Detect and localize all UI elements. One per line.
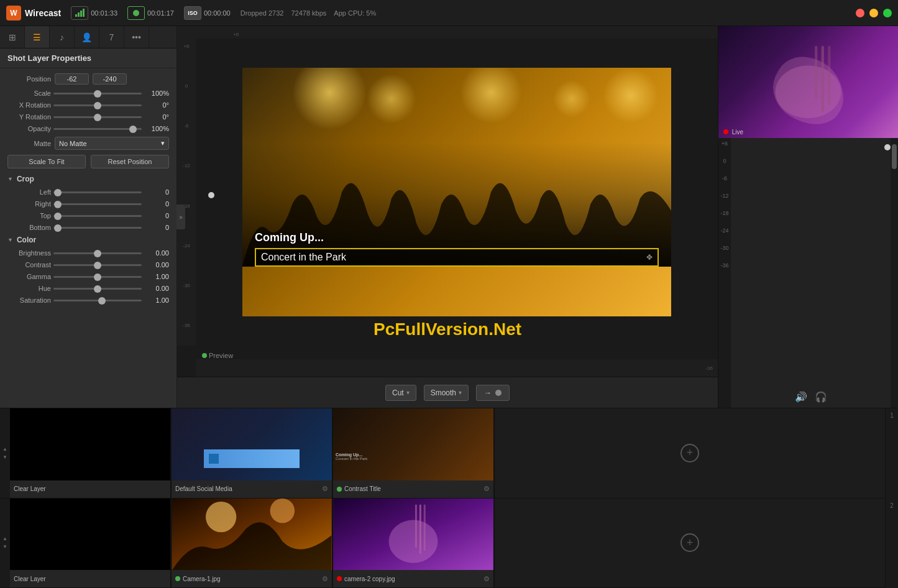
saturation-slider[interactable] bbox=[53, 300, 142, 301]
smooth-button[interactable]: Smooth ▾ bbox=[424, 385, 469, 401]
shot-thumb-camera1 bbox=[172, 498, 332, 571]
nav-down-2[interactable]: ▼ bbox=[2, 544, 7, 549]
right-ruler-6: +6 bbox=[722, 140, 728, 147]
crop-left-slider[interactable] bbox=[53, 191, 142, 193]
scale-slider[interactable] bbox=[53, 93, 142, 94]
crop-right-thumb bbox=[54, 201, 62, 208]
matte-chevron: ▾ bbox=[161, 139, 165, 147]
shot-item-clear-1[interactable]: Clear Layer bbox=[10, 408, 172, 498]
iso-time: 00:00:00 bbox=[204, 9, 231, 17]
close-button[interactable] bbox=[856, 9, 864, 17]
panel-title: Shot Layer Properties bbox=[0, 48, 176, 68]
shot-item-social[interactable]: Default Social Media ⚙ bbox=[172, 408, 333, 498]
hue-slider[interactable] bbox=[53, 288, 142, 290]
reset-position-button[interactable]: Reset Position bbox=[91, 155, 169, 168]
crop-top-slider[interactable] bbox=[53, 215, 142, 217]
collapse-panel-button[interactable]: » bbox=[176, 204, 185, 229]
tab-media[interactable]: ⊞ bbox=[0, 26, 25, 48]
position-x[interactable]: -62 bbox=[55, 73, 89, 85]
shots-area: ▲ ▼ Clear Layer bbox=[0, 408, 886, 588]
tab-social[interactable]: 👤 bbox=[75, 26, 99, 48]
add-shot-button-1[interactable]: + bbox=[680, 444, 699, 462]
contrast-thumb bbox=[94, 262, 101, 269]
x-rotation-slider[interactable] bbox=[53, 104, 142, 106]
add-shot-button-2[interactable]: + bbox=[680, 533, 699, 552]
right-canvas-marker bbox=[884, 144, 891, 150]
svg-rect-10 bbox=[415, 504, 417, 547]
minimize-button[interactable] bbox=[869, 9, 878, 17]
crop-right-slider[interactable] bbox=[53, 203, 142, 205]
right-panel: Live +6 0 -6 -12 -18 -24 -30 -36 bbox=[718, 26, 898, 408]
tab-more[interactable]: ••• bbox=[124, 26, 149, 48]
contrast-row: Contrast 0.00 bbox=[7, 261, 169, 269]
shot-item-camera2[interactable]: camera-2 copy.jpg ⚙ bbox=[333, 498, 495, 588]
record-stat: 00:01:17 bbox=[127, 6, 174, 20]
matte-row: Matte No Matte ▾ bbox=[7, 137, 169, 150]
shot-gear-camera2[interactable]: ⚙ bbox=[483, 575, 490, 583]
wifi-icon[interactable] bbox=[71, 6, 88, 20]
record-icon[interactable] bbox=[127, 6, 145, 20]
scale-to-fit-button[interactable]: Scale To Fit bbox=[7, 155, 86, 168]
shot-concert-title: Coming Up... Concert in the Park bbox=[336, 452, 491, 461]
shot-name-clear-2: Clear Layer bbox=[14, 576, 167, 582]
scroll-thumb bbox=[892, 144, 897, 169]
concert-title-box[interactable]: Concert in the Park ✥ bbox=[255, 248, 659, 267]
shot-row-2-nav: ▲ ▼ bbox=[0, 498, 10, 588]
x-rotation-value: 0° bbox=[144, 101, 169, 109]
shot-item-contrast[interactable]: Coming Up... Concert in the Park Contras… bbox=[333, 408, 495, 498]
left-ruler: +6 0 -6 -12 -18 -24 -30 -36 bbox=[177, 26, 196, 346]
right-scrollbar[interactable] bbox=[891, 138, 898, 408]
layer-num-1: 1 bbox=[890, 408, 894, 498]
bottom-ruler-n36: -36 bbox=[705, 365, 713, 371]
crop-bottom-slider[interactable] bbox=[53, 227, 142, 229]
shot-name-camera1: Camera-1.jpg bbox=[183, 576, 319, 582]
crop-right-label: Right bbox=[7, 200, 51, 208]
contrast-slider[interactable] bbox=[53, 264, 142, 266]
gamma-slider[interactable] bbox=[53, 276, 142, 278]
audio-controls: 🔊 🎧 bbox=[795, 391, 827, 403]
tab-properties[interactable]: ☰ bbox=[25, 26, 50, 48]
saturation-thumb bbox=[98, 297, 106, 305]
brightness-thumb bbox=[94, 250, 101, 257]
brightness-label: Brightness bbox=[7, 249, 51, 257]
scale-row: Scale 100% bbox=[7, 90, 169, 97]
crop-section-header[interactable]: ▼ Crop bbox=[7, 175, 169, 183]
shot-name-clear-1: Clear Layer bbox=[14, 485, 167, 492]
layer-num-2: 2 bbox=[890, 498, 894, 589]
tab-7[interactable]: 7 bbox=[99, 26, 124, 48]
nav-up-1[interactable]: ▲ bbox=[2, 446, 7, 452]
shot-item-camera1[interactable]: Camera-1.jpg ⚙ bbox=[172, 498, 333, 588]
brightness-slider[interactable] bbox=[53, 252, 142, 254]
position-row: Position -62 -240 bbox=[7, 73, 169, 85]
tab-audio[interactable]: ♪ bbox=[50, 26, 75, 48]
cut-label: Cut bbox=[392, 388, 404, 397]
position-y[interactable]: -240 bbox=[93, 73, 127, 85]
color-section-header[interactable]: ▼ Color bbox=[7, 236, 169, 244]
nav-up-2[interactable]: ▲ bbox=[2, 536, 7, 541]
crop-bottom-thumb bbox=[54, 224, 62, 232]
transition-bar: Cut ▾ Smooth ▾ → bbox=[177, 377, 718, 408]
go-button[interactable]: → bbox=[476, 385, 510, 401]
social-media-icon bbox=[209, 454, 219, 464]
speaker-icon[interactable]: 🔊 bbox=[795, 391, 807, 403]
matte-value: No Matte bbox=[59, 140, 87, 147]
coming-up-text: Coming Up... bbox=[255, 231, 659, 244]
nav-down-1[interactable]: ▼ bbox=[2, 454, 7, 460]
shot-row-1: ▲ ▼ Clear Layer bbox=[0, 408, 886, 498]
y-rotation-slider[interactable] bbox=[53, 116, 142, 118]
headphone-icon[interactable]: 🎧 bbox=[815, 391, 827, 403]
y-rotation-value: 0° bbox=[144, 113, 169, 121]
top-ruler-6: +6 bbox=[233, 32, 239, 37]
matte-select[interactable]: No Matte ▾ bbox=[55, 137, 169, 150]
opacity-slider[interactable] bbox=[53, 128, 142, 130]
crop-top-thumb bbox=[54, 213, 62, 220]
scale-value: 100% bbox=[144, 90, 169, 97]
iso-icon[interactable]: ISO bbox=[184, 6, 201, 20]
shot-item-clear-2[interactable]: Clear Layer bbox=[10, 498, 172, 588]
shot-gear-camera1[interactable]: ⚙ bbox=[322, 575, 328, 583]
maximize-button[interactable] bbox=[883, 9, 892, 17]
shot-gear-social[interactable]: ⚙ bbox=[322, 485, 328, 493]
shot-gear-contrast[interactable]: ⚙ bbox=[483, 485, 490, 493]
layer-1-label: 1 bbox=[890, 412, 894, 419]
cut-button[interactable]: Cut ▾ bbox=[385, 385, 416, 401]
